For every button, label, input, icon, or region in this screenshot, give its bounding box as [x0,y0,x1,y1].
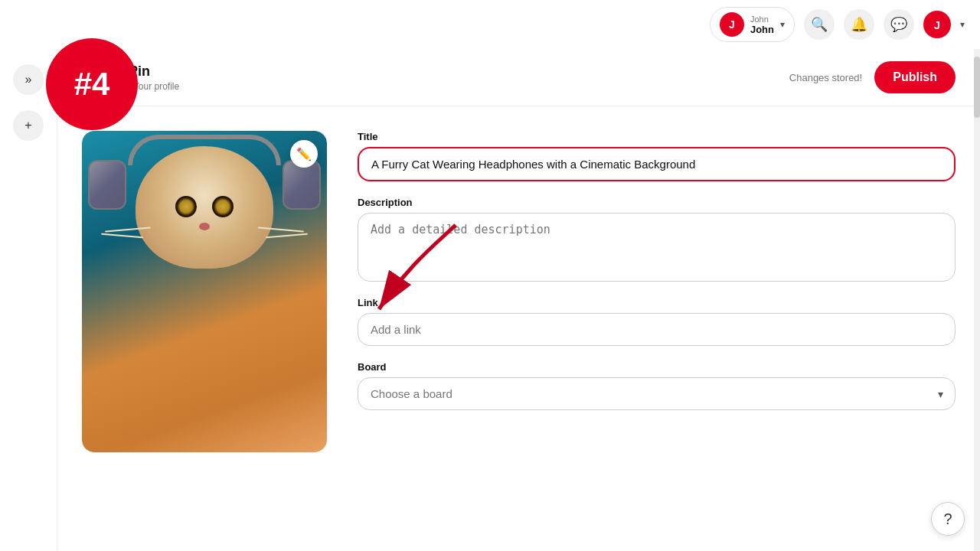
cat-eye-left [175,196,197,217]
cat-eye-right [212,196,234,217]
search-icon: 🔍 [811,16,828,33]
header-right: Changes stored! Publish [789,61,956,93]
help-button[interactable]: ? [931,502,965,536]
title-form-group: Title [358,131,956,181]
expand-sidebar-button[interactable]: » [13,64,44,95]
user-name-block: John John [750,15,774,35]
board-select[interactable]: Choose a board [358,377,956,410]
create-pin-header: Create Pin Working on: Your profile Chan… [57,49,980,106]
image-upload-area: ✏️ [82,131,327,452]
board-label: Board [358,361,956,373]
cat-head [136,146,273,269]
description-form-group: Description [358,197,956,282]
description-textarea[interactable] [358,213,956,282]
nav-chevron-icon: ▾ [960,19,965,30]
bell-icon: 🔔 [851,16,867,33]
whisker-4 [266,233,308,238]
edit-image-button[interactable]: ✏️ [290,140,318,168]
whisker-2 [101,233,143,238]
board-form-group: Board Choose a board ▾ [358,361,956,410]
publish-button[interactable]: Publish [874,61,956,93]
user-name-top: John [750,15,774,24]
notifications-button[interactable]: 🔔 [844,9,874,40]
pin-editor-body: ✏️ Title Description [57,106,980,477]
cat-nose [199,223,210,230]
add-button[interactable]: + [13,110,44,141]
headphone-left [88,160,126,210]
search-button[interactable]: 🔍 [804,9,835,40]
user-name-main: John [750,24,774,35]
user-dropdown[interactable]: J John John ▾ [710,7,795,42]
pin-form: Title Description Link Board Choose a bo… [358,131,956,452]
edit-icon: ✏️ [296,147,312,161]
changes-stored-label: Changes stored! [789,72,862,83]
board-select-wrapper: Choose a board ▾ [358,377,956,410]
rank-badge: #4 [46,38,138,130]
link-label: Link [358,297,956,308]
scrollbar-thumb[interactable] [974,57,980,118]
nav-right: J John John ▾ 🔍 🔔 💬 J ▾ [710,7,965,42]
title-input[interactable] [358,147,956,181]
main-content: Create Pin Working on: Your profile Chan… [57,49,980,551]
link-form-group: Link [358,297,956,346]
user-avatar-left: J [720,12,744,37]
dropdown-chevron-icon: ▾ [780,19,785,30]
message-icon: 💬 [890,16,907,33]
help-icon: ? [943,510,952,528]
user-avatar-right[interactable]: J [923,11,951,38]
title-label: Title [358,131,956,142]
messages-button[interactable]: 💬 [884,9,914,40]
cat-image [82,131,327,452]
scrollbar[interactable] [974,49,980,551]
rank-badge-text: #4 [74,66,110,103]
expand-icon: » [25,73,32,86]
description-label: Description [358,197,956,208]
left-sidebar: » + [0,49,57,551]
add-icon: + [24,119,31,132]
top-nav: J John John ▾ 🔍 🔔 💬 J ▾ [0,0,980,49]
link-input[interactable] [358,313,956,346]
